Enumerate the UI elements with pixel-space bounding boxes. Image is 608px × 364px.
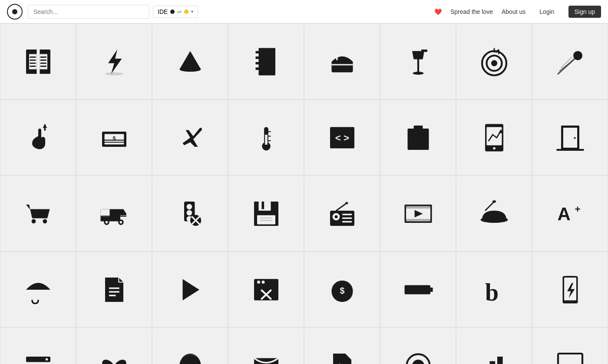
list-item[interactable] xyxy=(228,23,304,99)
dot-yellow-icon xyxy=(184,10,188,14)
svg-point-17 xyxy=(179,66,201,71)
svg-rect-21 xyxy=(255,62,260,64)
svg-rect-127 xyxy=(420,287,426,292)
list-item[interactable] xyxy=(304,175,380,251)
list-item[interactable] xyxy=(152,99,228,175)
svg-rect-63 xyxy=(574,137,575,139)
svg-point-15 xyxy=(105,72,123,75)
list-item[interactable]: $ xyxy=(304,251,380,328)
list-item[interactable] xyxy=(456,328,532,364)
list-item[interactable] xyxy=(532,23,608,99)
list-item[interactable] xyxy=(0,251,76,328)
svg-line-37 xyxy=(559,60,573,71)
svg-rect-68 xyxy=(40,211,41,216)
heart-icon: ❤️ xyxy=(434,8,442,15)
svg-point-95 xyxy=(334,215,337,218)
list-item[interactable] xyxy=(380,23,456,99)
list-item[interactable]: b xyxy=(456,251,532,328)
list-item[interactable] xyxy=(380,175,456,251)
list-item[interactable] xyxy=(0,23,76,99)
svg-rect-67 xyxy=(37,211,39,216)
list-item[interactable] xyxy=(152,175,228,251)
svg-text:A: A xyxy=(557,204,570,224)
list-item[interactable] xyxy=(304,328,380,364)
svg-point-79 xyxy=(119,221,122,223)
list-item[interactable] xyxy=(228,99,304,175)
svg-rect-48 xyxy=(265,135,268,145)
svg-point-1 xyxy=(12,9,17,14)
svg-text:< >: < > xyxy=(335,132,349,143)
svg-point-81 xyxy=(186,204,192,209)
list-item[interactable] xyxy=(152,23,228,99)
list-item[interactable] xyxy=(456,23,532,99)
list-item[interactable] xyxy=(456,175,532,251)
list-item[interactable]: A+ xyxy=(532,175,608,251)
svg-rect-126 xyxy=(413,287,419,292)
list-item[interactable] xyxy=(76,23,152,99)
svg-point-31 xyxy=(491,60,497,66)
svg-rect-4 xyxy=(40,54,47,69)
svg-marker-74 xyxy=(120,209,126,215)
header: IDE ⇌ ▾ ❤️ Spread the love About us Logi… xyxy=(0,0,608,23)
swap-arrows-icon: ⇌ xyxy=(177,9,182,15)
list-item[interactable] xyxy=(152,251,228,328)
svg-point-70 xyxy=(31,219,36,223)
svg-rect-150 xyxy=(489,361,495,364)
list-item[interactable] xyxy=(532,328,608,364)
list-item[interactable] xyxy=(76,251,152,328)
filter-bar[interactable]: IDE ⇌ ▾ xyxy=(153,6,198,18)
signup-button[interactable]: Sign up xyxy=(568,6,601,18)
svg-rect-98 xyxy=(342,221,352,222)
list-item[interactable] xyxy=(532,251,608,328)
about-us-link[interactable]: About us xyxy=(502,8,525,15)
list-item[interactable] xyxy=(228,328,304,364)
svg-rect-25 xyxy=(417,59,419,73)
list-item[interactable] xyxy=(0,99,76,175)
svg-rect-96 xyxy=(342,214,352,215)
chevron-down-icon: ▾ xyxy=(191,9,193,14)
svg-rect-22 xyxy=(255,67,260,70)
login-link[interactable]: Login xyxy=(534,6,559,18)
logo[interactable] xyxy=(7,4,23,20)
filter-label: IDE xyxy=(158,8,168,15)
svg-rect-55 xyxy=(413,126,423,132)
svg-point-60 xyxy=(493,147,496,149)
list-item[interactable] xyxy=(76,175,152,251)
list-item[interactable] xyxy=(380,99,456,175)
list-item[interactable] xyxy=(304,23,380,99)
svg-line-99 xyxy=(336,203,347,211)
svg-rect-91 xyxy=(260,217,272,218)
list-item[interactable] xyxy=(228,175,304,251)
svg-point-26 xyxy=(413,72,423,75)
svg-rect-20 xyxy=(255,56,260,59)
icon-grid: $ < > xyxy=(0,23,608,364)
svg-rect-125 xyxy=(406,287,412,292)
svg-rect-104 xyxy=(406,206,430,208)
search-input[interactable] xyxy=(28,5,149,19)
svg-marker-16 xyxy=(179,51,201,69)
svg-point-119 xyxy=(261,281,264,284)
list-item[interactable] xyxy=(532,99,608,175)
list-item[interactable] xyxy=(152,328,228,364)
svg-rect-24 xyxy=(336,56,338,60)
svg-rect-88 xyxy=(258,202,271,211)
svg-point-77 xyxy=(105,221,108,223)
svg-point-82 xyxy=(186,210,192,215)
svg-point-148 xyxy=(412,360,424,364)
svg-rect-56 xyxy=(412,139,424,141)
svg-marker-27 xyxy=(412,51,424,59)
svg-text:$: $ xyxy=(340,286,344,295)
list-item[interactable] xyxy=(380,328,456,364)
list-item[interactable] xyxy=(380,251,456,328)
list-item[interactable] xyxy=(228,251,304,328)
list-item[interactable] xyxy=(0,328,76,364)
list-item[interactable] xyxy=(76,328,152,364)
spread-love-link[interactable]: Spread the love xyxy=(450,8,493,15)
svg-rect-66 xyxy=(35,211,36,216)
list-item[interactable]: < > xyxy=(304,99,380,175)
list-item[interactable] xyxy=(456,99,532,175)
list-item[interactable] xyxy=(0,175,76,251)
svg-rect-5 xyxy=(36,50,40,74)
svg-rect-89 xyxy=(261,202,264,209)
list-item[interactable]: $ xyxy=(76,99,152,175)
